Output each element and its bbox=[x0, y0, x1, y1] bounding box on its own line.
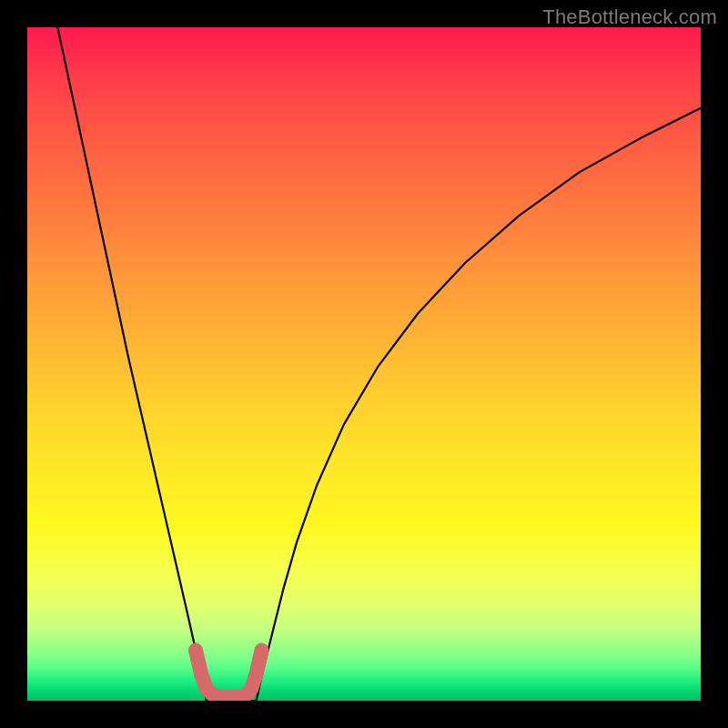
chart-svg bbox=[27, 27, 701, 701]
series-red-trough bbox=[196, 651, 262, 698]
series-black-curve bbox=[57, 27, 701, 701]
chart-plot-area bbox=[27, 27, 701, 701]
watermark-text: TheBottleneck.com bbox=[542, 5, 717, 29]
chart-frame: TheBottleneck.com bbox=[0, 0, 728, 728]
